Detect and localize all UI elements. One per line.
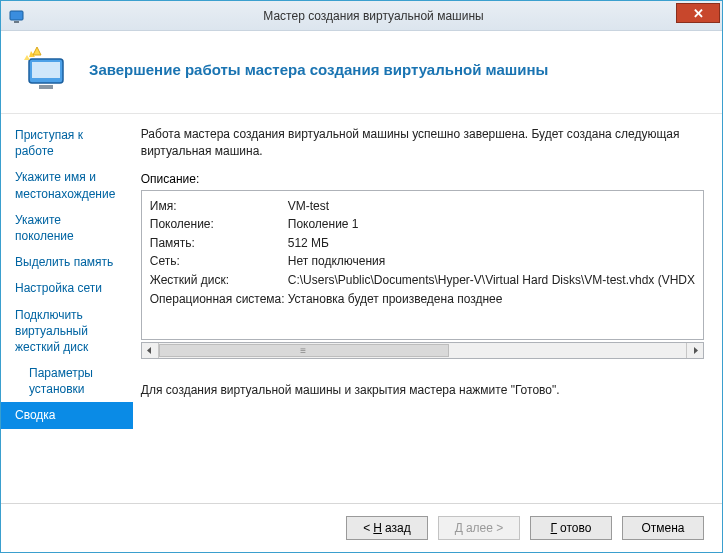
summary-row-os: Операционная система: Установка будет пр… [150, 290, 695, 309]
finish-button[interactable]: Готово [530, 516, 612, 540]
svg-rect-0 [10, 11, 23, 20]
description-label: Описание: [141, 172, 704, 186]
summary-box: Имя: VM-test Поколение: Поколение 1 Памя… [141, 190, 704, 340]
svg-rect-4 [39, 85, 53, 89]
wizard-body: Приступая к работе Укажите имя и местона… [1, 113, 722, 503]
summary-value: Установка будет произведена позднее [288, 290, 503, 309]
svg-marker-9 [694, 347, 698, 354]
scroll-left-arrow-icon[interactable] [142, 343, 159, 358]
close-button[interactable]: ✕ [676, 3, 720, 23]
nav-memory[interactable]: Выделить память [1, 249, 133, 275]
intro-text: Работа мастера создания виртуальной маши… [141, 126, 704, 160]
scroll-track[interactable]: ≡ [159, 343, 686, 358]
nav-install-options[interactable]: Параметры установки [1, 360, 133, 402]
page-title: Завершение работы мастера создания вирту… [89, 61, 548, 78]
wizard-footer: < Назад Далее > Готово Отмена [1, 503, 722, 552]
app-icon [9, 8, 25, 24]
summary-row-generation: Поколение: Поколение 1 [150, 215, 695, 234]
nav-getting-started[interactable]: Приступая к работе [1, 122, 133, 164]
summary-key: Жесткий диск: [150, 271, 288, 290]
summary-key: Имя: [150, 197, 288, 216]
summary-value: 512 МБ [288, 234, 329, 253]
wizard-icon [23, 45, 71, 93]
summary-row-memory: Память: 512 МБ [150, 234, 695, 253]
next-button: Далее > [438, 516, 520, 540]
wizard-content: Работа мастера создания виртуальной маши… [133, 114, 722, 503]
summary-value: Нет подключения [288, 252, 386, 271]
nav-vhd[interactable]: Подключить виртуальный жесткий диск [1, 302, 133, 361]
svg-marker-7 [24, 55, 30, 60]
wizard-sidebar: Приступая к работе Укажите имя и местона… [1, 114, 133, 503]
summary-value: C:\Users\Public\Documents\Hyper-V\Virtua… [288, 271, 695, 290]
svg-rect-1 [14, 21, 19, 23]
svg-marker-6 [33, 47, 41, 55]
summary-key: Сеть: [150, 252, 288, 271]
nav-generation[interactable]: Укажите поколение [1, 207, 133, 249]
summary-key: Поколение: [150, 215, 288, 234]
nav-name-location[interactable]: Укажите имя и местонахождение [1, 164, 133, 206]
footnote-text: Для создания виртуальной машины и закрыт… [141, 383, 704, 397]
nav-summary[interactable]: Сводка [1, 402, 133, 428]
summary-key: Память: [150, 234, 288, 253]
titlebar: Мастер создания виртуальной машины ✕ [1, 1, 722, 31]
summary-row-disk: Жесткий диск: C:\Users\Public\Documents\… [150, 271, 695, 290]
svg-marker-8 [147, 347, 151, 354]
window-title: Мастер создания виртуальной машины [25, 9, 722, 23]
scroll-right-arrow-icon[interactable] [686, 343, 703, 358]
wizard-window: Мастер создания виртуальной машины ✕ Зав… [0, 0, 723, 553]
summary-row-name: Имя: VM-test [150, 197, 695, 216]
scroll-thumb[interactable]: ≡ [159, 344, 449, 357]
summary-value: Поколение 1 [288, 215, 359, 234]
close-icon: ✕ [693, 6, 704, 21]
back-button[interactable]: < Назад [346, 516, 428, 540]
nav-network[interactable]: Настройка сети [1, 275, 133, 301]
svg-rect-3 [32, 62, 60, 78]
summary-key: Операционная система: [150, 290, 288, 309]
summary-row-network: Сеть: Нет подключения [150, 252, 695, 271]
wizard-header: Завершение работы мастера создания вирту… [1, 31, 722, 113]
summary-horizontal-scrollbar[interactable]: ≡ [141, 342, 704, 359]
scroll-grip-icon: ≡ [300, 345, 307, 356]
cancel-button[interactable]: Отмена [622, 516, 704, 540]
summary-value: VM-test [288, 197, 329, 216]
